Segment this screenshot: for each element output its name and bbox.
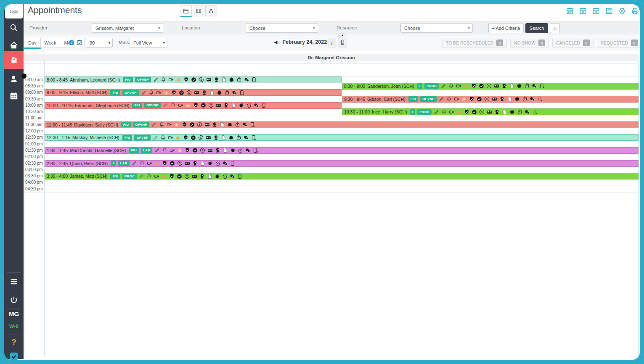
alert-flag-icon[interactable] (509, 109, 515, 115)
edit-icon[interactable] (141, 90, 146, 95)
billing-dollar-icon[interactable]: $ (486, 83, 492, 89)
patient-demographics-icon[interactable] (192, 161, 198, 166)
sidebar-item-logout[interactable] (4, 293, 24, 308)
thumbs-up-icon[interactable] (456, 109, 462, 115)
reminder-bell-icon[interactable] (161, 77, 166, 82)
thumbs-up-icon[interactable] (176, 77, 181, 82)
billing-dollar-icon[interactable]: $ (198, 135, 204, 140)
patient-demographics-icon[interactable] (212, 122, 217, 127)
alert-flag-icon[interactable] (239, 103, 244, 108)
insurance-card-icon[interactable] (487, 109, 492, 115)
patient-demographics-icon[interactable] (501, 83, 507, 89)
billing-dollar-icon[interactable]: $ (484, 96, 490, 102)
reminder-bell-icon[interactable] (446, 96, 452, 102)
appointment[interactable]: 1:30 - 1:45MacDonald, Gabrielle (SCH)F/U… (45, 147, 639, 154)
billing-dollar-icon[interactable]: $ (177, 161, 183, 166)
sidebar-item-appointments[interactable] (4, 51, 24, 69)
document-icon[interactable] (223, 148, 228, 153)
wait-timer-icon[interactable] (222, 174, 228, 179)
thumbs-up-icon[interactable] (464, 83, 469, 89)
confirmed-check-icon[interactable] (477, 96, 482, 102)
document-icon[interactable] (231, 103, 236, 108)
thumbs-up-icon[interactable] (174, 122, 180, 127)
reminder-bell-icon[interactable] (148, 90, 154, 95)
sidebar-item-home[interactable] (4, 38, 24, 53)
medication-icon[interactable] (245, 148, 251, 153)
thumbs-up-icon[interactable] (162, 174, 167, 179)
billing-dollar-icon[interactable]: $ (208, 103, 214, 108)
thumbs-up-icon[interactable] (461, 96, 467, 102)
confirmed-check-icon[interactable] (472, 109, 477, 115)
alert-flag-icon[interactable] (517, 83, 522, 89)
mobile-device-icon[interactable] (230, 161, 236, 166)
alert-flag-icon[interactable] (227, 122, 233, 127)
confirmed-check-icon[interactable] (201, 103, 206, 108)
mobile-device-icon[interactable] (251, 135, 257, 140)
appointment[interactable]: 9:00 - 9:15Ellison, Matt (SCH)F/UOFVNP$ (45, 89, 342, 96)
app-logo[interactable]: Logo (5, 4, 23, 18)
document-icon[interactable] (507, 96, 512, 102)
work-queue-badge[interactable]: W-0 (4, 324, 24, 330)
edit-icon[interactable] (439, 96, 444, 102)
video-visit-icon[interactable] (178, 103, 183, 108)
wait-timer-icon[interactable] (524, 83, 530, 89)
eligibility-shield-icon[interactable] (469, 96, 474, 102)
medication-icon[interactable] (532, 83, 537, 89)
confirmed-check-icon[interactable] (170, 161, 175, 166)
eligibility-shield-icon[interactable] (471, 83, 477, 89)
thumbs-up-icon[interactable] (164, 90, 169, 95)
wait-timer-icon[interactable] (215, 161, 220, 166)
insurance-card-icon[interactable] (494, 83, 499, 89)
alert-flag-icon[interactable] (514, 96, 520, 102)
video-visit-icon[interactable] (168, 135, 173, 140)
edit-icon[interactable] (139, 174, 144, 179)
patient-demographics-icon[interactable] (201, 90, 207, 95)
appointment[interactable]: 10:00 - 10:15Edmunds, Stephanie (SCH)F/U… (45, 102, 342, 109)
eligibility-shield-icon[interactable] (193, 103, 199, 108)
video-visit-icon[interactable] (154, 174, 159, 179)
wait-timer-icon[interactable] (517, 109, 522, 115)
mobile-device-icon[interactable] (253, 148, 258, 153)
appointment[interactable]: 10:30 - 11:00Ince, Harry (SCH)IPROC$ (342, 108, 639, 115)
medication-icon[interactable] (254, 103, 259, 108)
video-visit-icon[interactable] (147, 161, 152, 166)
eligibility-shield-icon[interactable] (464, 109, 469, 115)
mobile-device-icon[interactable] (239, 90, 245, 95)
eligibility-shield-icon[interactable] (185, 148, 190, 153)
medication-icon[interactable] (232, 90, 237, 95)
video-visit-icon[interactable] (168, 77, 174, 82)
medication-icon[interactable] (525, 109, 530, 115)
reminder-bell-icon[interactable] (160, 135, 166, 140)
confirmed-check-icon[interactable] (179, 90, 184, 95)
edit-icon[interactable] (163, 103, 168, 108)
appointment[interactable]: 12:30 - 1:15Mackay, Michelle (SCH)F/UOFV… (45, 134, 639, 141)
sidebar-item-menu[interactable] (4, 274, 24, 289)
eligibility-shield-icon[interactable] (162, 161, 167, 166)
reminder-bell-icon[interactable] (448, 83, 454, 89)
eligibility-shield-icon[interactable] (183, 135, 188, 140)
mobile-device-icon[interactable] (252, 77, 257, 82)
billing-dollar-icon[interactable]: $ (199, 77, 204, 82)
insurance-card-icon[interactable] (204, 122, 210, 127)
medication-icon[interactable] (530, 96, 535, 102)
video-visit-icon[interactable] (456, 83, 461, 89)
sidebar-item-calendar[interactable] (4, 88, 24, 103)
alert-flag-icon[interactable] (207, 161, 213, 166)
thumbs-up-icon[interactable] (154, 161, 160, 166)
reminder-bell-icon[interactable] (162, 148, 167, 153)
document-icon[interactable] (502, 109, 507, 115)
insurance-card-icon[interactable] (206, 135, 211, 140)
patient-demographics-icon[interactable] (199, 174, 205, 179)
sidebar-item-search[interactable] (4, 20, 24, 35)
wait-timer-icon[interactable] (522, 96, 527, 102)
edit-icon[interactable] (434, 109, 439, 115)
alert-flag-icon[interactable] (228, 135, 234, 140)
insurance-card-icon[interactable] (194, 90, 199, 95)
confirmed-check-icon[interactable] (191, 135, 196, 140)
alert-flag-icon[interactable] (217, 90, 222, 95)
appointment[interactable]: 11:30 - 11:45Davidson, Sally (SCH)F/UOFV… (45, 121, 639, 128)
document-icon[interactable] (221, 77, 227, 82)
mobile-device-icon[interactable] (539, 83, 545, 89)
document-icon[interactable] (220, 122, 225, 127)
document-icon[interactable] (207, 174, 212, 179)
